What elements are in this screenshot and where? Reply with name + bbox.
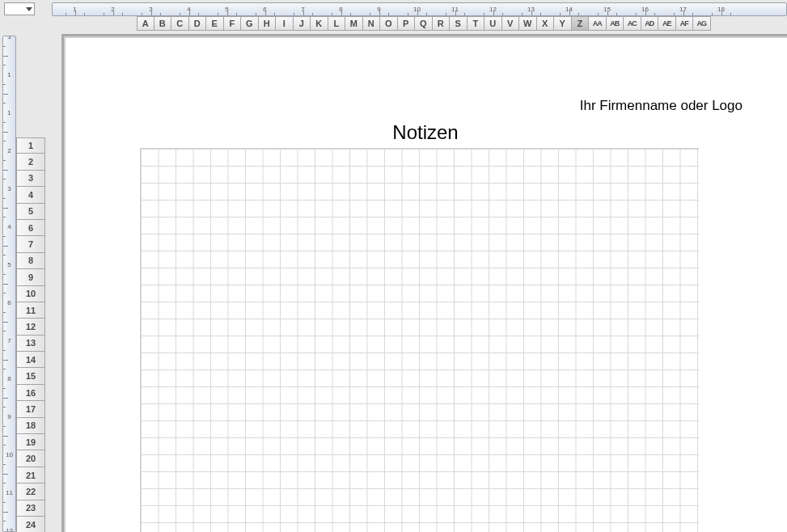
row-header-19[interactable]: 19: [16, 434, 45, 450]
row-header-6[interactable]: 6: [16, 220, 45, 236]
column-header-U[interactable]: U: [484, 16, 502, 31]
row-header-9[interactable]: 9: [16, 269, 45, 285]
column-header-I[interactable]: I: [276, 16, 294, 31]
row-header-12[interactable]: 12: [16, 319, 45, 335]
row-header-15[interactable]: 15: [16, 368, 45, 384]
column-header-Q[interactable]: Q: [415, 16, 433, 31]
row-header-17[interactable]: 17: [16, 401, 45, 417]
v-ruler-label-10: 9: [3, 413, 15, 420]
column-header-F[interactable]: F: [224, 16, 242, 31]
v-ruler-label-13: 12: [3, 527, 15, 532]
vertical-ruler[interactable]: 31123456789101112: [2, 36, 16, 532]
column-header-A[interactable]: A: [137, 16, 154, 31]
row-header-23[interactable]: 23: [16, 500, 45, 517]
column-header-AG[interactable]: AG: [693, 16, 711, 31]
column-header-T[interactable]: T: [468, 16, 485, 31]
page-title: Notizen: [64, 121, 787, 144]
document-page: Ihr Firmenname oder Logo Notizen: [61, 34, 787, 532]
column-header-B[interactable]: B: [154, 16, 172, 31]
v-ruler-label-9: 8: [3, 375, 15, 382]
row-header-24[interactable]: 24: [16, 517, 45, 532]
v-ruler-label-8: 7: [3, 337, 15, 344]
row-header-16[interactable]: 16: [16, 385, 45, 401]
row-header-22[interactable]: 22: [16, 483, 45, 500]
v-ruler-label-11: 10: [3, 451, 15, 458]
column-header-M[interactable]: M: [345, 16, 363, 31]
column-header-E[interactable]: E: [206, 16, 224, 31]
v-ruler-label-4: 3: [3, 185, 15, 192]
column-header-P[interactable]: P: [398, 16, 416, 31]
v-ruler-label-7: 6: [3, 299, 15, 306]
company-placeholder-text: Ihr Firmenname oder Logo: [580, 98, 743, 114]
row-header-3[interactable]: 3: [16, 171, 45, 187]
column-header-AA[interactable]: AA: [589, 16, 607, 31]
column-header-V[interactable]: V: [502, 16, 520, 31]
row-header-13[interactable]: 13: [16, 336, 45, 352]
column-header-X[interactable]: X: [537, 16, 555, 31]
row-header-2[interactable]: 2: [16, 154, 45, 170]
column-header-AB[interactable]: AB: [607, 16, 624, 31]
v-ruler-label-6: 5: [3, 261, 15, 268]
column-header-AE[interactable]: AE: [658, 16, 676, 31]
name-box[interactable]: [4, 2, 35, 15]
column-header-C[interactable]: C: [171, 16, 189, 31]
column-header-G[interactable]: G: [241, 16, 259, 31]
horizontal-ruler[interactable]: 123456789101112131415161718: [52, 2, 787, 16]
v-ruler-label-1: 1: [3, 71, 15, 78]
column-header-Z[interactable]: Z: [572, 16, 590, 31]
column-header-AD[interactable]: AD: [641, 16, 659, 31]
row-header-7[interactable]: 7: [16, 236, 45, 252]
row-header-11[interactable]: 11: [16, 302, 45, 319]
column-header-L[interactable]: L: [328, 16, 346, 31]
column-header-S[interactable]: S: [450, 16, 468, 31]
column-header-Y[interactable]: Y: [554, 16, 572, 31]
v-ruler-label-3: 2: [3, 147, 15, 154]
row-header-1[interactable]: 1: [16, 137, 45, 154]
row-header-14[interactable]: 14: [16, 352, 45, 368]
row-header-5[interactable]: 5: [16, 204, 45, 220]
column-header-R[interactable]: R: [433, 16, 451, 31]
row-header-8[interactable]: 8: [16, 253, 45, 269]
column-header-K[interactable]: K: [311, 16, 328, 31]
column-header-W[interactable]: W: [519, 16, 537, 31]
v-ruler-label-5: 4: [3, 223, 15, 230]
dropdown-icon: [26, 7, 32, 11]
row-header-18[interactable]: 18: [16, 418, 45, 434]
row-header-21[interactable]: 21: [16, 467, 45, 483]
column-header-AF[interactable]: AF: [676, 16, 694, 31]
row-header-10[interactable]: 10: [16, 286, 45, 302]
column-header-H[interactable]: H: [259, 16, 277, 31]
v-ruler-label-2: 1: [3, 109, 15, 116]
column-header-N[interactable]: N: [363, 16, 381, 31]
row-header-20[interactable]: 20: [16, 450, 45, 467]
row-header-4[interactable]: 4: [16, 187, 45, 203]
column-header-O[interactable]: O: [380, 16, 398, 31]
notes-grid[interactable]: [140, 148, 699, 532]
v-ruler-label-0: 3: [3, 36, 15, 40]
column-header-D[interactable]: D: [189, 16, 207, 31]
v-ruler-label-12: 11: [3, 489, 15, 496]
column-headers: ABCDEFGHIJKLMNOPQRSTUVWXYZAAABACADAEAFAG: [137, 16, 787, 31]
row-headers: 123456789101112131415161718192021222324: [16, 137, 45, 532]
column-header-AC[interactable]: AC: [624, 16, 641, 31]
column-header-J[interactable]: J: [294, 16, 311, 31]
